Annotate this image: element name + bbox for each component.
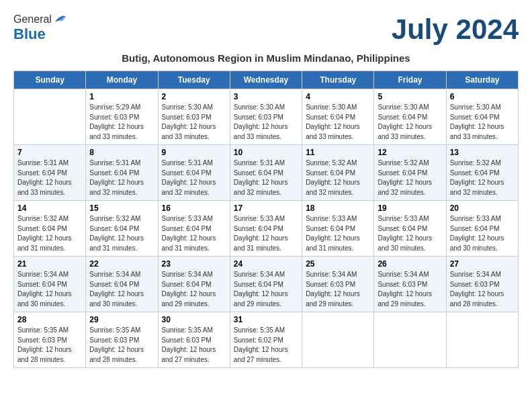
calendar-day-cell (14, 89, 86, 145)
calendar-day-cell: 5Sunrise: 5:30 AMSunset: 6:04 PMDaylight… (374, 89, 446, 145)
day-number: 31 (234, 315, 298, 324)
weekday-header-cell: Tuesday (158, 71, 230, 89)
calendar-day-cell: 20Sunrise: 5:33 AMSunset: 6:04 PMDayligh… (446, 201, 518, 257)
day-info: Sunrise: 5:33 AMSunset: 6:04 PMDaylight:… (162, 214, 226, 253)
calendar-day-cell: 29Sunrise: 5:35 AMSunset: 6:03 PMDayligh… (86, 312, 158, 368)
page-header: General Blue July 2024 (13, 13, 519, 46)
calendar-day-cell: 19Sunrise: 5:33 AMSunset: 6:04 PMDayligh… (374, 201, 446, 257)
calendar-week-row: 1Sunrise: 5:29 AMSunset: 6:03 PMDaylight… (14, 89, 519, 145)
calendar-day-cell: 13Sunrise: 5:32 AMSunset: 6:04 PMDayligh… (446, 145, 518, 201)
day-info: Sunrise: 5:32 AMSunset: 6:04 PMDaylight:… (89, 214, 154, 253)
day-info: Sunrise: 5:31 AMSunset: 6:04 PMDaylight:… (89, 158, 154, 197)
calendar-day-cell: 27Sunrise: 5:34 AMSunset: 6:03 PMDayligh… (446, 257, 518, 312)
calendar-day-cell: 1Sunrise: 5:29 AMSunset: 6:03 PMDaylight… (86, 89, 158, 145)
day-number: 14 (17, 203, 82, 213)
weekday-header-cell: Friday (374, 71, 446, 89)
day-number: 18 (306, 203, 370, 213)
month-title: July 2024 (392, 13, 519, 46)
day-info: Sunrise: 5:31 AMSunset: 6:04 PMDaylight:… (234, 158, 298, 197)
calendar-day-cell: 16Sunrise: 5:33 AMSunset: 6:04 PMDayligh… (158, 201, 230, 257)
day-info: Sunrise: 5:33 AMSunset: 6:04 PMDaylight:… (234, 214, 298, 253)
day-number: 23 (162, 259, 226, 269)
day-number: 9 (162, 148, 226, 157)
day-info: Sunrise: 5:29 AMSunset: 6:03 PMDaylight:… (89, 103, 154, 142)
calendar-day-cell: 25Sunrise: 5:34 AMSunset: 6:03 PMDayligh… (302, 257, 374, 312)
day-info: Sunrise: 5:34 AMSunset: 6:03 PMDaylight:… (378, 270, 442, 309)
day-number: 25 (306, 259, 370, 269)
calendar-day-cell: 17Sunrise: 5:33 AMSunset: 6:04 PMDayligh… (230, 201, 302, 257)
calendar-body: 1Sunrise: 5:29 AMSunset: 6:03 PMDaylight… (14, 89, 519, 368)
weekday-header-cell: Thursday (302, 71, 374, 89)
day-number: 22 (89, 259, 154, 269)
calendar-day-cell: 7Sunrise: 5:31 AMSunset: 6:04 PMDaylight… (14, 145, 86, 201)
calendar-day-cell: 14Sunrise: 5:32 AMSunset: 6:04 PMDayligh… (14, 201, 86, 257)
day-info: Sunrise: 5:34 AMSunset: 6:04 PMDaylight:… (17, 270, 82, 309)
calendar-day-cell: 28Sunrise: 5:35 AMSunset: 6:03 PMDayligh… (14, 312, 86, 368)
calendar-day-cell: 4Sunrise: 5:30 AMSunset: 6:04 PMDaylight… (302, 89, 374, 145)
day-info: Sunrise: 5:30 AMSunset: 6:03 PMDaylight:… (234, 103, 298, 142)
calendar-day-cell: 12Sunrise: 5:32 AMSunset: 6:04 PMDayligh… (374, 145, 446, 201)
day-number: 19 (378, 203, 442, 213)
day-number: 6 (450, 92, 515, 101)
day-info: Sunrise: 5:33 AMSunset: 6:04 PMDaylight:… (450, 214, 515, 253)
calendar-week-row: 28Sunrise: 5:35 AMSunset: 6:03 PMDayligh… (14, 312, 519, 368)
logo-blue-text: Blue (13, 26, 46, 43)
day-number: 7 (17, 148, 82, 157)
day-number: 26 (378, 259, 442, 269)
day-number: 5 (378, 92, 442, 101)
day-info: Sunrise: 5:34 AMSunset: 6:03 PMDaylight:… (306, 270, 370, 309)
day-number: 4 (306, 92, 370, 101)
weekday-header-row: SundayMondayTuesdayWednesdayThursdayFrid… (14, 71, 519, 89)
calendar-day-cell: 24Sunrise: 5:34 AMSunset: 6:04 PMDayligh… (230, 257, 302, 312)
day-number: 1 (89, 92, 154, 101)
logo-bird-icon (53, 13, 66, 26)
calendar-day-cell: 21Sunrise: 5:34 AMSunset: 6:04 PMDayligh… (14, 257, 86, 312)
day-info: Sunrise: 5:34 AMSunset: 6:04 PMDaylight:… (234, 270, 298, 309)
day-number: 16 (162, 203, 226, 213)
calendar-day-cell: 18Sunrise: 5:33 AMSunset: 6:04 PMDayligh… (302, 201, 374, 257)
calendar-day-cell (374, 312, 446, 368)
day-number: 13 (450, 148, 515, 157)
calendar-week-row: 21Sunrise: 5:34 AMSunset: 6:04 PMDayligh… (14, 257, 519, 312)
weekday-header-cell: Saturday (446, 71, 518, 89)
calendar-day-cell: 23Sunrise: 5:34 AMSunset: 6:04 PMDayligh… (158, 257, 230, 312)
day-number: 2 (162, 92, 226, 101)
day-info: Sunrise: 5:32 AMSunset: 6:04 PMDaylight:… (17, 214, 82, 253)
calendar-day-cell: 2Sunrise: 5:30 AMSunset: 6:03 PMDaylight… (158, 89, 230, 145)
day-info: Sunrise: 5:30 AMSunset: 6:03 PMDaylight:… (162, 103, 226, 142)
day-info: Sunrise: 5:31 AMSunset: 6:04 PMDaylight:… (17, 158, 82, 197)
calendar-day-cell: 26Sunrise: 5:34 AMSunset: 6:03 PMDayligh… (374, 257, 446, 312)
day-info: Sunrise: 5:34 AMSunset: 6:04 PMDaylight:… (162, 270, 226, 309)
logo: General Blue (13, 13, 66, 43)
day-info: Sunrise: 5:33 AMSunset: 6:04 PMDaylight:… (378, 214, 442, 253)
day-number: 20 (450, 203, 515, 213)
weekday-header-cell: Monday (86, 71, 158, 89)
day-info: Sunrise: 5:32 AMSunset: 6:04 PMDaylight:… (450, 158, 515, 197)
day-number: 30 (162, 315, 226, 324)
day-info: Sunrise: 5:35 AMSunset: 6:03 PMDaylight:… (17, 326, 82, 365)
day-number: 12 (378, 148, 442, 157)
day-info: Sunrise: 5:32 AMSunset: 6:04 PMDaylight:… (378, 158, 442, 197)
calendar-day-cell: 10Sunrise: 5:31 AMSunset: 6:04 PMDayligh… (230, 145, 302, 201)
day-number: 3 (234, 92, 298, 101)
calendar-day-cell: 30Sunrise: 5:35 AMSunset: 6:03 PMDayligh… (158, 312, 230, 368)
day-info: Sunrise: 5:30 AMSunset: 6:04 PMDaylight:… (378, 103, 442, 142)
day-number: 10 (234, 148, 298, 157)
calendar-table: SundayMondayTuesdayWednesdayThursdayFrid… (13, 71, 519, 368)
calendar-day-cell: 15Sunrise: 5:32 AMSunset: 6:04 PMDayligh… (86, 201, 158, 257)
weekday-header-cell: Wednesday (230, 71, 302, 89)
day-number: 24 (234, 259, 298, 269)
day-info: Sunrise: 5:30 AMSunset: 6:04 PMDaylight:… (306, 103, 370, 142)
calendar-day-cell: 22Sunrise: 5:34 AMSunset: 6:04 PMDayligh… (86, 257, 158, 312)
day-info: Sunrise: 5:33 AMSunset: 6:04 PMDaylight:… (306, 214, 370, 253)
day-number: 29 (89, 315, 154, 324)
day-number: 8 (89, 148, 154, 157)
calendar-day-cell (302, 312, 374, 368)
day-number: 27 (450, 259, 515, 269)
calendar-day-cell: 8Sunrise: 5:31 AMSunset: 6:04 PMDaylight… (86, 145, 158, 201)
calendar-day-cell: 3Sunrise: 5:30 AMSunset: 6:03 PMDaylight… (230, 89, 302, 145)
weekday-header-cell: Sunday (14, 71, 86, 89)
day-info: Sunrise: 5:31 AMSunset: 6:04 PMDaylight:… (162, 158, 226, 197)
calendar-day-cell (446, 312, 518, 368)
calendar-day-cell: 6Sunrise: 5:30 AMSunset: 6:04 PMDaylight… (446, 89, 518, 145)
